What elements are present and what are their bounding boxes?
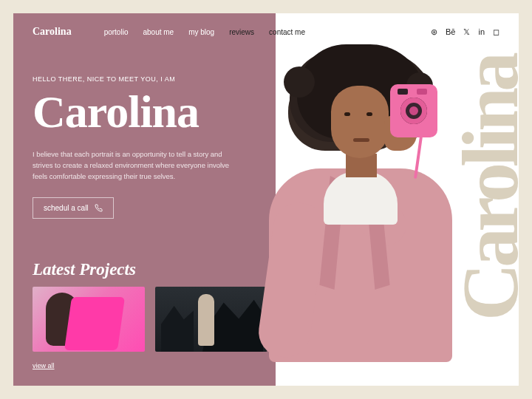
phone-icon xyxy=(95,204,103,212)
hero-description: I believe that each portrait is an oppor… xyxy=(33,149,239,183)
hero-portrait xyxy=(228,44,464,362)
schedule-call-button[interactable]: schedul a call xyxy=(33,197,114,219)
twitter-icon[interactable]: 𝕏 xyxy=(463,27,470,37)
brand-logo[interactable]: Carolina xyxy=(33,26,72,38)
page-canvas: Carolina Carolina portolio about me my b… xyxy=(13,13,519,386)
linkedin-icon[interactable]: in xyxy=(478,27,485,36)
behance-icon[interactable]: Bē xyxy=(446,27,455,36)
camera-prop xyxy=(390,84,437,137)
cta-label: schedul a call xyxy=(44,204,89,212)
nav-reviews[interactable]: reviews xyxy=(229,28,254,36)
view-all-link[interactable]: view all xyxy=(33,362,55,369)
instagram-icon[interactable]: ◻ xyxy=(493,27,499,37)
nav-portfolio[interactable]: portolio xyxy=(104,28,129,36)
project-thumb-1[interactable] xyxy=(33,287,145,352)
social-links: ⊛ Bē 𝕏 in ◻ xyxy=(431,27,499,37)
nav-about[interactable]: about me xyxy=(143,28,174,36)
nav-blog[interactable]: my blog xyxy=(188,28,214,36)
dribbble-icon[interactable]: ⊛ xyxy=(431,27,437,37)
main-nav: portolio about me my blog reviews contac… xyxy=(104,28,305,36)
nav-contact[interactable]: contact me xyxy=(269,28,305,36)
